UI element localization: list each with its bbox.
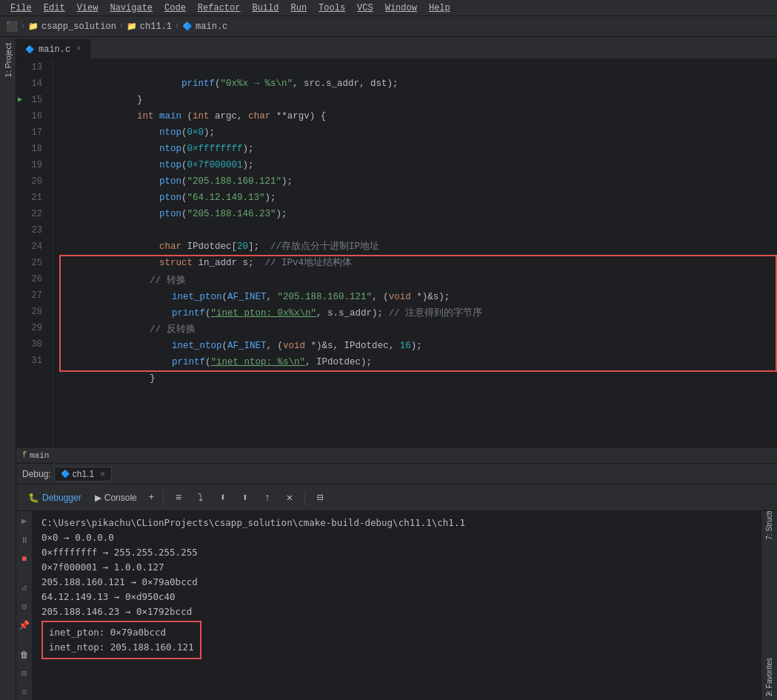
code-line-27: printf("inet_pton: 0x%x\n", s.s_addr); /… (61, 289, 776, 305)
menu-tools[interactable]: Tools (313, 0, 351, 16)
console-path-line: C:\Users\pikachu\CLionProjects\csapp_sol… (41, 516, 752, 530)
settings-button[interactable]: ⊟ (310, 487, 330, 508)
code-line-26: inet_pton(AF_INET, "205.188.160.121", (v… (61, 273, 776, 289)
highlighted-code-block: // 转换 inet_pton(AF_INET, "205.188.160.12… (59, 255, 777, 372)
code-line-16: ntop(0×0); (59, 108, 777, 124)
evaluate-button[interactable]: ✕ (279, 487, 300, 508)
func-item-main[interactable]: f main (22, 451, 49, 460)
pin-button[interactable]: 📌 (17, 619, 32, 633)
console-line-3: 205.188.160.121 → 0×79a0bccd (41, 575, 752, 590)
console-line-4: 64.12.149.13 → 0×d950c40 (41, 590, 752, 604)
line-num-31: 🔒 31 (16, 353, 47, 369)
code-line-15: int main (int argc, char **argv) { (59, 92, 777, 108)
project-folder-icon: 📁 (28, 21, 39, 31)
line-num-27: 27 (16, 287, 47, 304)
tab-close-button[interactable]: × (76, 45, 81, 53)
breadcrumb-folder[interactable]: 📁 ch11.1 (127, 21, 172, 32)
breadcrumb-project[interactable]: 📁 csapp_solution (28, 21, 116, 32)
menu-bar: File Edit View Navigate Code Refactor Bu… (0, 0, 777, 16)
menu-edit[interactable]: Edit (38, 0, 71, 16)
toolbar-sep-1 (163, 490, 164, 505)
line-num-19: 19 (16, 157, 47, 173)
add-tab-button[interactable]: + (144, 487, 159, 508)
step-over-button[interactable]: ⤵ (190, 487, 211, 508)
menu-vcs[interactable]: VCS (351, 0, 379, 16)
folder-icon: 📁 (127, 21, 137, 31)
code-line-17: ntop(0×ffffffff); (59, 124, 777, 141)
breadcrumb-file[interactable]: 🔷 main.c (182, 21, 227, 32)
tab-file-icon: 🔷 (25, 45, 34, 54)
stripes-button[interactable]: ≡ (17, 685, 32, 699)
debug-tab-ch11[interactable]: 🔷 ch1.1 × (54, 467, 112, 481)
line-num-18: 18 (16, 141, 47, 157)
line-num-26: 26 (16, 271, 47, 287)
line-num-20: 20 (16, 173, 47, 190)
code-line-29: inet_ntop(AF_INET, (void *)&s, IPdotdec,… (61, 321, 776, 338)
breadcrumb-sep-2: › (119, 22, 124, 30)
toolbar-actions: ≡ ⤵ ⬇ ⬆ ↑ ✕ (168, 487, 300, 508)
code-line-18: ntop(0×7f000001); (59, 141, 777, 157)
console-output: C:\Users\pikachu\CLionProjects\csapp_sol… (33, 511, 761, 700)
editor-container: 🔷 main.c × 13 14 ▶ 15 16 17 18 19 20 21 … (16, 37, 777, 700)
menu-code[interactable]: Code (159, 0, 192, 16)
debugger-tab-button[interactable]: 🐛 Debugger (22, 487, 87, 508)
line-num-24: 24 (16, 239, 47, 255)
code-line-30: printf("inet_ntop: %s\n", IPdotdec); (61, 338, 776, 354)
breadcrumb-sep-3: › (175, 22, 179, 30)
sidebar-structure[interactable]: 7: Structure (763, 514, 776, 527)
main-area: 1: Project 🔷 main.c × 13 14 ▶ 15 16 17 (0, 37, 777, 700)
debug-settings-button[interactable]: ⚙ (17, 600, 32, 614)
line-num-28: 28 (16, 304, 47, 320)
line-num-22: 22 (16, 206, 47, 222)
toolbar-tabs: 🐛 Debugger ▶ Console + (22, 487, 159, 508)
code-line-25: // 转换 (61, 256, 776, 273)
debug-tab-icon: 🔷 (61, 470, 70, 478)
debug-tab-close[interactable]: × (100, 469, 105, 479)
code-content: printf("0x%x → %s\n", src.s_addr, dst); … (53, 59, 777, 447)
sidebar-project-icon[interactable]: 1: Project (2, 40, 14, 80)
stop-button[interactable]: ■ (17, 552, 32, 566)
tab-main-c[interactable]: 🔷 main.c × (16, 39, 90, 59)
menu-run[interactable]: Run (284, 0, 313, 16)
pause-button[interactable]: ⏸ (17, 533, 32, 547)
left-sidebar: 1: Project (0, 37, 16, 700)
line-num-29: 29 (16, 320, 47, 336)
breadcrumb-sep-1: › (21, 22, 25, 30)
resume-button[interactable]: ▶ (17, 514, 32, 528)
code-line-21: pton("205.188.146.23"); (59, 190, 777, 206)
debugger-toolbar: 🐛 Debugger ▶ Console + ≡ ⤵ (16, 484, 777, 511)
expand-button[interactable]: ⊞ (17, 667, 32, 681)
line-num-13: 13 (16, 59, 47, 76)
delete-button[interactable]: 🗑 (17, 648, 32, 662)
list-icon-button[interactable]: ≡ (168, 487, 189, 508)
console-highlighted-line-0: inet_pton: 0×79a0bccd (49, 625, 194, 640)
line-num-21: 21 (16, 190, 47, 206)
step-out-button[interactable]: ⬆ (235, 487, 256, 508)
menu-view[interactable]: View (71, 0, 104, 16)
console-line-0: 0×0 → 0.0.0.0 (41, 530, 752, 545)
tab-bar: 🔷 main.c × (16, 37, 777, 59)
menu-build[interactable]: Build (246, 0, 284, 16)
line-num-30: 30 (16, 336, 47, 353)
menu-refactor[interactable]: Refactor (192, 0, 247, 16)
file-icon: 🔷 (182, 21, 193, 31)
code-line-28: // 反转换 (61, 305, 776, 321)
menu-navigate[interactable]: Navigate (104, 0, 159, 16)
menu-help[interactable]: Help (423, 0, 456, 16)
sidebar-favorites[interactable]: 2: Favorites (763, 670, 776, 684)
code-line-13: printf("0x%x → %s\n", src.s_addr, dst); (59, 59, 777, 76)
line-num-15: ▶ 15 (16, 92, 47, 108)
bottom-panel: Debug: 🔷 ch1.1 × 🐛 Debugger ▶ Console (16, 463, 777, 700)
rerun-button[interactable]: ↺ (17, 581, 32, 595)
menu-file[interactable]: File (4, 0, 38, 16)
code-line-31: } (61, 354, 776, 370)
console-tab-icon: ▶ (95, 493, 101, 503)
breadcrumb-home: ⬛ (6, 21, 18, 33)
console-tab-button[interactable]: ▶ Console (89, 487, 143, 508)
code-line-22 (59, 206, 777, 222)
run-to-cursor-button[interactable]: ↑ (257, 487, 278, 508)
step-into-button[interactable]: ⬇ (213, 487, 233, 508)
function-bar: f main (16, 447, 777, 463)
menu-window[interactable]: Window (379, 0, 423, 16)
line-num-17: 17 (16, 124, 47, 141)
